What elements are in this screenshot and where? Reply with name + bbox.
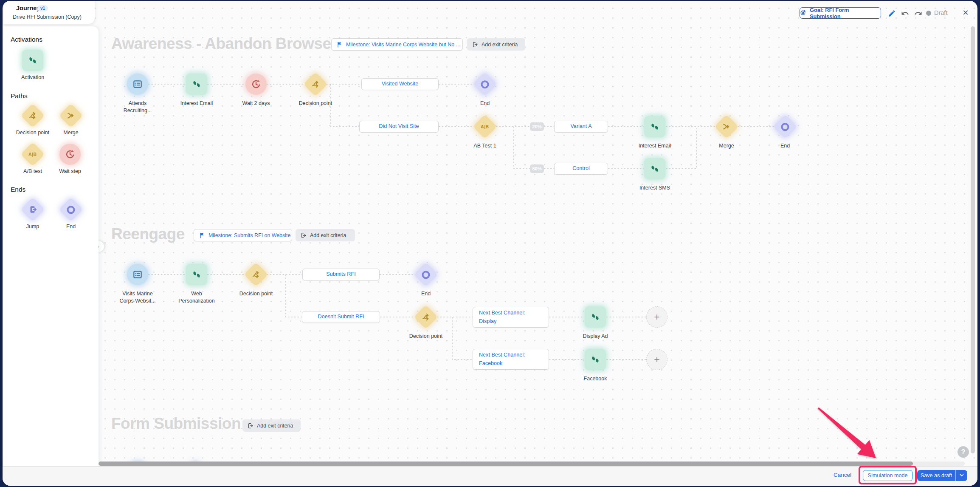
node-label: Attends Recruiting... xyxy=(106,97,169,114)
palette-item-jump[interactable] xyxy=(20,197,45,222)
branch-label-line: Control xyxy=(572,164,590,173)
plus-icon: + xyxy=(654,311,659,323)
palette-item-label: Wait step xyxy=(45,168,96,174)
vertical-scrollbar-thumb[interactable] xyxy=(971,26,975,453)
node-label: End xyxy=(453,97,517,107)
branch-label-box[interactable]: Next Best Channel:Display xyxy=(473,307,549,328)
node-palette-sidebar: ActivationsActivationPathsDecision point… xyxy=(3,26,99,466)
activation-icon xyxy=(649,121,660,132)
node-label: AB Test 1 xyxy=(453,140,517,150)
branch-label-line: Next Best Channel: xyxy=(479,309,549,317)
node-shape[interactable]: + xyxy=(646,306,667,328)
palette-item-ab[interactable] xyxy=(20,142,45,167)
horizontal-scrollbar-track[interactable] xyxy=(99,462,965,466)
edit-pencil-icon[interactable] xyxy=(887,8,896,18)
palette-section-header: Ends xyxy=(11,186,25,193)
merge-icon xyxy=(719,119,734,134)
exit-door-icon xyxy=(472,41,479,48)
node-label: End xyxy=(753,140,817,150)
branch-label-box[interactable]: Submits RFI xyxy=(302,269,380,280)
section-title: Reengage xyxy=(111,225,185,243)
node-shape[interactable] xyxy=(644,158,665,179)
decision-icon xyxy=(308,77,323,91)
simulation-mode-button[interactable]: Simulation mode xyxy=(863,470,912,481)
activation-icon xyxy=(590,311,601,323)
node-label: Facebook xyxy=(563,373,627,382)
node-shape[interactable] xyxy=(585,306,606,328)
branch-label-box[interactable]: Next Best Channel:Facebook xyxy=(473,349,549,370)
flow-canvas[interactable]: Awareness - Abandon BrowseMilestone: Vis… xyxy=(3,1,977,462)
palette-section-header: Activations xyxy=(11,36,42,43)
milestone-button[interactable]: Milestone: Visits Marine Corps Website b… xyxy=(331,38,463,51)
palette-item-activation[interactable] xyxy=(20,48,45,73)
chevron-down-icon xyxy=(959,472,964,479)
add-exit-criteria-button[interactable]: Add exit criteria xyxy=(296,229,355,241)
palette-item-label: Merge xyxy=(45,130,96,136)
draft-status-label: Draft xyxy=(934,9,947,16)
palette-item-label: End xyxy=(45,224,96,229)
journey-title: Journey xyxy=(16,5,40,11)
decision-icon xyxy=(249,267,263,282)
node-shape[interactable] xyxy=(245,74,267,95)
branch-label-box[interactable]: Variant A xyxy=(554,121,608,133)
node-shape[interactable] xyxy=(644,116,665,137)
version-badge: v1 xyxy=(37,5,48,11)
node-shape[interactable] xyxy=(585,349,606,370)
branch-label-line: Doesn't Submit RFI xyxy=(318,313,364,321)
flag-icon xyxy=(336,41,343,48)
close-icon[interactable]: ✕ xyxy=(960,8,971,18)
save-as-draft-button[interactable]: Save as draft xyxy=(917,470,956,481)
branch-label-box[interactable]: Doesn't Submit RFI xyxy=(302,311,380,323)
ab-glyph: A|B xyxy=(481,124,489,129)
end-ring-icon xyxy=(781,123,789,131)
percentage-badge: 20% xyxy=(530,122,544,131)
palette-item-decision[interactable] xyxy=(20,103,45,128)
node-label: Web Personalization xyxy=(165,288,228,304)
undo-icon[interactable] xyxy=(900,8,910,18)
node-shape[interactable] xyxy=(186,74,207,95)
branch-label-line: Facebook xyxy=(479,360,549,368)
branch-label-line: Display xyxy=(479,317,549,326)
save-as-draft-split-button: Save as draft xyxy=(917,470,967,481)
milestone-button[interactable]: Milestone: Submits RFI on Website xyxy=(194,229,292,241)
palette-item-merge[interactable] xyxy=(58,103,84,128)
node-shape[interactable] xyxy=(127,264,148,285)
branch-label-box[interactable]: Visited Website xyxy=(361,78,439,90)
node-shape[interactable]: + xyxy=(646,349,667,370)
node-label: Interest SMS xyxy=(623,182,687,192)
palette-item-end[interactable] xyxy=(58,197,84,222)
section-title: Form Submission xyxy=(111,415,241,433)
palette-item-label: Activation xyxy=(7,74,58,80)
add-exit-criteria-button[interactable]: Add exit criteria xyxy=(242,419,301,432)
event-icon xyxy=(132,79,143,90)
wait-icon xyxy=(251,79,262,90)
branch-label-box[interactable]: Control xyxy=(554,163,608,175)
journey-subtitle: Drive RFI Submission (Copy) xyxy=(13,14,82,20)
node-shape[interactable] xyxy=(127,74,148,95)
goal-button[interactable]: Goal: RFI Form Submission xyxy=(800,7,881,19)
journey-builder-modal: Awareness - Abandon BrowseMilestone: Vis… xyxy=(3,1,977,486)
node-label: Decision point xyxy=(394,330,458,340)
flow-edge xyxy=(286,275,302,317)
horizontal-scrollbar-thumb[interactable] xyxy=(99,462,913,466)
exit-label: Add exit criteria xyxy=(310,232,346,238)
footer-action-bar xyxy=(3,466,977,486)
palette-item-wait[interactable] xyxy=(57,142,83,167)
branch-label-box[interactable]: Did Not Visit Site xyxy=(359,121,439,133)
redo-icon[interactable] xyxy=(913,8,923,18)
add-exit-criteria-button[interactable]: Add exit criteria xyxy=(467,38,525,51)
event-icon xyxy=(132,269,143,280)
cancel-button[interactable]: Cancel xyxy=(834,472,851,478)
goal-target-icon xyxy=(800,9,807,17)
help-icon[interactable]: ? xyxy=(957,446,969,458)
branch-label-line: Next Best Channel: xyxy=(479,351,549,360)
save-dropdown-button[interactable] xyxy=(956,470,967,481)
node-label: Decision point xyxy=(284,97,347,107)
draft-status-dot xyxy=(926,11,931,16)
node-label: Display Ad xyxy=(563,330,627,340)
node-label: Wait 2 days xyxy=(224,97,288,107)
goal-button-label: Goal: RFI Form Submission xyxy=(810,7,881,20)
exit-door-icon xyxy=(247,422,254,429)
node-shape[interactable] xyxy=(186,264,207,285)
node-label: Visits Marine Corps Websit... xyxy=(106,288,169,304)
